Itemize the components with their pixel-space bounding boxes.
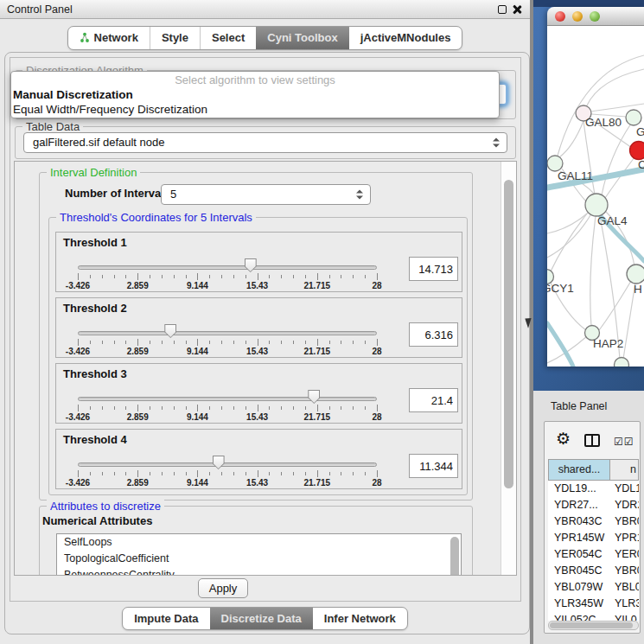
control-panel-titlebar: Control Panel (0, 0, 530, 19)
threshold-value-input[interactable] (409, 454, 458, 478)
cell-shared-name: YIL052C (548, 612, 609, 621)
slider-ticks (78, 339, 377, 347)
intervals-value: 5 (170, 188, 176, 201)
tab-network[interactable]: Network (68, 27, 150, 49)
table-row[interactable]: YDL19...YDL1 (548, 481, 639, 497)
attributes-list: SelfLoopsTopologicalCoefficientBetweenne… (56, 533, 462, 576)
table-hscrollbar-thumb[interactable] (550, 622, 633, 628)
label-gal80: GAL80 (585, 116, 622, 129)
tab-discretize-data[interactable]: Discretize Data (210, 608, 313, 629)
threshold-slider-track[interactable] (78, 331, 377, 335)
network-view-window: GAL80 GA C GAL11 GAL4 GCY1 H HAP2 (547, 7, 644, 367)
zoom-traffic-light[interactable] (590, 11, 600, 22)
table-row[interactable]: YDR27...YDR2 (548, 497, 639, 513)
tab-label: Select (212, 31, 245, 44)
table-row[interactable]: YBR043CYBR0 (548, 513, 639, 530)
slider-ticks (78, 470, 377, 478)
threshold-slider-track[interactable] (78, 462, 377, 467)
label-partial-top: GA (636, 125, 644, 138)
tab-label: Impute Data (134, 612, 198, 625)
network-icon (80, 32, 90, 43)
table-row[interactable]: YER054CYER0 (548, 546, 639, 563)
settings-scrollbar[interactable] (501, 162, 516, 575)
threshold-slider-track[interactable] (78, 265, 377, 270)
algorithm-option[interactable]: Equal Width/Frequency Discretization (11, 102, 499, 117)
split-view-icon[interactable] (584, 434, 600, 447)
desktop-top-strip (533, 0, 644, 7)
threshold-label: Threshold 1 (63, 236, 127, 249)
cell-name: YLR3 (609, 596, 639, 612)
tab-infer-network[interactable]: Infer Network (313, 608, 407, 629)
table-panel-title: Table Panel (551, 400, 607, 412)
node-bottom-partial[interactable] (615, 358, 629, 367)
network-canvas[interactable]: GAL80 GA C GAL11 GAL4 GCY1 H HAP2 (547, 26, 644, 367)
column-header-shared[interactable]: shared... (549, 460, 610, 480)
slider-ticks (78, 273, 377, 281)
panel-title: Control Panel (7, 3, 73, 16)
cell-shared-name: YER054C (548, 546, 609, 563)
tab-select[interactable]: Select (200, 27, 256, 49)
close-icon[interactable] (513, 5, 521, 14)
scrollbar-thumb[interactable] (504, 180, 513, 488)
tab-cyni-toolbox[interactable]: Cyni Toolbox (256, 27, 348, 49)
threshold-label: Threshold 3 (63, 367, 127, 380)
node-gal4[interactable] (585, 194, 608, 216)
table-row[interactable]: YIL052CYIL0 (548, 612, 639, 621)
combo-arrows-icon (493, 138, 500, 148)
node-red-selected[interactable] (630, 142, 644, 160)
combo-arrows-icon (356, 190, 363, 200)
threshold-slider-thumb[interactable] (213, 456, 225, 469)
table-data-select[interactable]: galFiltered.sif default node (23, 132, 507, 153)
table-row[interactable]: YLR345WYLR3 (548, 596, 639, 612)
threshold-row: Threshold 3-3.4262.8599.14415.4321.71528 (55, 363, 462, 424)
threshold-value-input[interactable] (409, 322, 458, 347)
threshold-slider-thumb[interactable] (164, 324, 176, 338)
intervals-select[interactable]: 5 (161, 184, 371, 205)
cell-name: YBR0 (609, 563, 639, 579)
float-window-icon[interactable] (498, 5, 507, 14)
slider-tick-labels: -3.4262.8599.14415.4321.71528 (78, 281, 377, 291)
node-partial-top[interactable] (626, 110, 641, 125)
tab-label: Infer Network (324, 612, 396, 625)
threshold-slider-thumb[interactable] (308, 390, 320, 404)
network-graph: GAL80 GA C GAL11 GAL4 GCY1 H HAP2 (547, 26, 644, 367)
tab-label: Discretize Data (221, 612, 302, 625)
slider-ticks (78, 405, 377, 412)
table-row[interactable]: YBL079WYBL0 (548, 579, 639, 596)
cell-shared-name: YLR345W (548, 596, 609, 612)
threshold-value-input[interactable] (409, 388, 458, 412)
tab-impute-data[interactable]: Impute Data (123, 608, 209, 629)
minimize-traffic-light[interactable] (572, 11, 583, 22)
table-row[interactable]: YBR045CYBR0 (548, 563, 639, 579)
close-traffic-light[interactable] (555, 11, 565, 22)
table-row[interactable]: YPR145WYPR1 (548, 530, 639, 546)
cell-shared-name: YDR27... (548, 497, 609, 513)
tab-style[interactable]: Style (150, 27, 200, 49)
apply-button[interactable]: Apply (198, 578, 248, 598)
attribute-item[interactable]: SelfLoops (57, 534, 461, 551)
label-gal11: GAL11 (558, 169, 593, 182)
threshold-slider-track[interactable] (78, 397, 377, 401)
attributes-list-scrollbar[interactable] (450, 537, 459, 576)
slider-tick-labels: -3.4262.8599.14415.4321.71528 (78, 412, 377, 423)
table-hscrollbar[interactable] (548, 621, 639, 630)
tab-label: Cyni Toolbox (267, 31, 337, 44)
attribute-item[interactable]: BetweennessCentrality (57, 567, 461, 576)
threshold-slider-thumb[interactable] (245, 258, 257, 272)
tab-jactivemnodules[interactable]: jActiveMNodules (349, 27, 462, 49)
intervals-label: Number of Intervals (65, 187, 170, 200)
node-h[interactable] (627, 265, 644, 284)
attribute-item[interactable]: TopologicalCoefficient (57, 551, 461, 567)
network-window-titlebar[interactable] (547, 7, 644, 26)
checkbox-columns-icon[interactable]: ☑☑ (614, 436, 634, 448)
table-data-value: galFiltered.sif default node (33, 136, 164, 149)
algorithm-dropdown-popup: Select algorithm to view settings Manual… (10, 71, 500, 118)
threshold-value-input[interactable] (409, 257, 458, 281)
settings-scrollpane: Interval Definition Number of Intervals … (14, 161, 517, 576)
numerical-attributes-label: Numerical Attributes (42, 514, 152, 527)
column-header-name[interactable]: n (610, 460, 638, 480)
attributes-group-title: Attributes to discretize (47, 500, 164, 513)
gear-icon[interactable]: ⚙ (556, 429, 571, 449)
cell-name: YDL1 (609, 481, 639, 497)
algorithm-option[interactable]: Manual Discretization (11, 87, 499, 102)
